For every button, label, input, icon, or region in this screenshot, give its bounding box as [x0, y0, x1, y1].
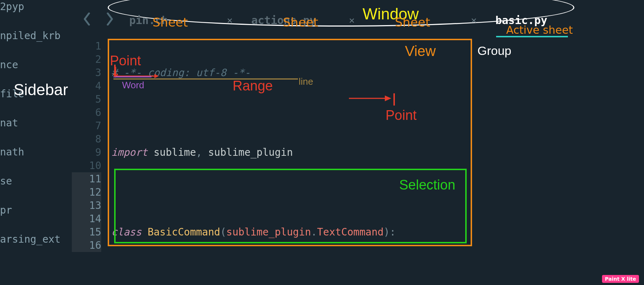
annotation-point-right: Point — [386, 108, 417, 123]
close-icon[interactable]: ✕ — [349, 15, 355, 25]
sidebar-item[interactable]: pr — [0, 202, 61, 218]
code-content[interactable]: # -*- coding: utf-8 -*- import sublime, … — [111, 38, 633, 281]
line-number: 8 — [72, 132, 101, 146]
line-number: 7 — [72, 119, 101, 132]
nav-back-icon[interactable] — [83, 13, 91, 27]
sidebar-item[interactable]: se — [0, 173, 61, 189]
sidebar-item[interactable]: nce — [0, 57, 61, 73]
line-number: 13 — [72, 199, 101, 212]
sidebar-item[interactable]: arsing_ext — [0, 231, 61, 247]
annotation-cursor-right — [393, 93, 395, 106]
close-icon[interactable]: ✕ — [471, 15, 477, 25]
line-number: 2 — [72, 53, 101, 66]
annotation-sheet: Sheet — [395, 15, 430, 29]
annotation-range: Range — [233, 78, 273, 94]
annotation-group: Group — [477, 44, 512, 58]
line-number: 14 — [72, 212, 101, 225]
annotation-line: line — [299, 76, 313, 87]
sidebar-item[interactable]: npiled_krb — [0, 28, 61, 44]
annotation-cursor-left — [114, 65, 116, 77]
line-number: 11 — [72, 172, 101, 186]
close-icon[interactable]: ✕ — [227, 15, 233, 25]
annotation-sheet: Sheet — [153, 15, 188, 29]
line-number: 3 — [72, 66, 101, 79]
annotation-sidebar: Sidebar — [14, 81, 68, 99]
nav-forward-icon[interactable] — [106, 13, 114, 27]
annotation-active-sheet: Active sheet — [506, 24, 573, 36]
line-gutter: 1 2 3 4 5 6 7 8 9 10 11 12 13 14 15 16 — [72, 38, 108, 281]
annotation-sheet: Sheet — [283, 15, 318, 29]
annotation-view: View — [405, 43, 436, 59]
line-number: 1 — [72, 39, 101, 53]
line-number: 12 — [72, 186, 101, 199]
line-number: 15 — [72, 225, 101, 239]
annotation-arrow-right — [347, 93, 394, 107]
line-number: 6 — [72, 106, 101, 119]
app-badge: Paint X lite — [602, 275, 639, 283]
line-number: 16 — [72, 239, 101, 252]
sidebar-item[interactable]: 2pyp — [0, 0, 61, 15]
line-number: 10 — [72, 159, 101, 172]
line-number: 4 — [72, 79, 101, 93]
annotation-selection: Selection — [399, 177, 455, 193]
annotation-word: Word — [122, 80, 144, 91]
line-number: 5 — [72, 93, 101, 106]
nav-arrows — [83, 13, 114, 27]
line-number: 9 — [72, 146, 101, 159]
sidebar: 2pyp npiled_krb nce file nat nath se pr … — [0, 0, 61, 285]
sidebar-item[interactable]: nath — [0, 144, 61, 160]
sidebar-item[interactable]: nat — [0, 115, 61, 131]
